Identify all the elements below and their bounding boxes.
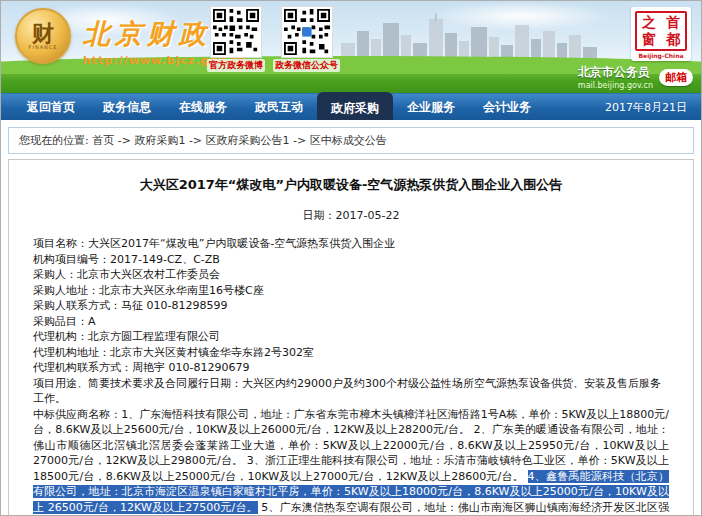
seal-char: 窗 <box>637 31 661 48</box>
capital-window-seal[interactable]: 之 首 窗 都 Beijing-China <box>631 7 691 61</box>
info-line-agency-address: 代理机构地址：北京市大兴区黄村镇金华寺东路2号302室 <box>33 345 669 361</box>
nav-item-online-services[interactable]: 在线服务 <box>165 94 241 120</box>
info-line-category: 采购品目：A <box>33 314 669 330</box>
seal-caption: Beijing-China <box>635 52 687 59</box>
info-line-purchaser-address: 采购人地址：北京市大兴区永华南里16号楼C座 <box>33 283 669 299</box>
civil-servant-mail-link[interactable]: 北京市公务员 mail.beijing.gov.cn 邮箱 <box>578 64 693 90</box>
info-line-project-number: 机构项目编号：2017-149-CZ、C-ZB <box>33 252 669 268</box>
announcement-content: 大兴区2017年“煤改电”户内取暖设备-空气源热泵供货入围企业入围公告 日期：2… <box>8 159 694 516</box>
qr-code-icon <box>281 6 333 58</box>
info-line-agency: 代理机构：北京方圆工程监理有限公司 <box>33 329 669 345</box>
nav-item-home[interactable]: 返回首页 <box>13 94 89 120</box>
nav-item-accounting[interactable]: 会计业务 <box>469 94 545 120</box>
finance-coin-icon: 财 FINANCE <box>15 8 71 64</box>
page-title: 大兴区2017年“煤改电”户内取暖设备-空气源热泵供货入围企业入围公告 <box>33 176 669 194</box>
mailbox-icon: 邮箱 <box>659 69 693 86</box>
main-nav: 返回首页 政务信息 在线服务 政民互动 政府采购 企业服务 会计业务 2017年… <box>1 93 701 120</box>
coin-character: 财 <box>32 22 54 44</box>
breadcrumb[interactable]: 您现在的位置: 首页 -> 政府采购1 -> 区政府采购公告1 -> 区中标成交… <box>8 127 694 154</box>
info-line-project-purpose: 项目用途、简要技术要求及合同履行日期：大兴区内约29000户及约300个村级公益… <box>33 376 669 407</box>
weibo-qr-label: 官方政务微博 <box>207 59 265 72</box>
qr-code-icon <box>210 6 262 58</box>
wechat-qr-label: 政务微信公众号 <box>273 59 340 72</box>
project-info-section: 项目名称：大兴区2017年“煤改电”户内取暖设备-空气源热泵供货入围企业 机构项… <box>33 236 669 407</box>
seal-char: 都 <box>661 31 685 48</box>
current-date: 2017年8月21日 <box>605 94 701 120</box>
info-line-project-name: 项目名称：大兴区2017年“煤改电”户内取暖设备-空气源热泵供货入围企业 <box>33 236 669 252</box>
nav-item-gov-info[interactable]: 政务信息 <box>89 94 165 120</box>
nav-item-enterprise-services[interactable]: 企业服务 <box>393 94 469 120</box>
info-line-purchaser-contact: 采购人联系方式：马征 010-81298599 <box>33 298 669 314</box>
mail-title: 北京市公务员 <box>578 64 653 81</box>
page: 财 FINANCE 北京财政 http://www.bjcz.gov.cn 官方… <box>0 0 702 516</box>
winning-suppliers-paragraph: 中标供应商名称：1、广东海悟科技有限公司，地址：广东省东莞市樟木头镇樟洋社区海悟… <box>33 407 669 516</box>
publish-date: 日期：2017-05-22 <box>33 208 669 223</box>
seal-char: 首 <box>661 14 685 31</box>
info-line-purchaser: 采购人：北京市大兴区农村工作委员会 <box>33 267 669 283</box>
nav-item-public-interaction[interactable]: 政民互动 <box>241 94 317 120</box>
seal-char: 之 <box>637 14 661 31</box>
nav-item-gov-procurement[interactable]: 政府采购 <box>317 92 393 120</box>
wechat-qr-block: 政务微信公众号 <box>273 6 340 72</box>
info-line-agency-contact: 代理机构联系方式：周艳宇 010-81290679 <box>33 360 669 376</box>
site-header-banner: 财 FINANCE 北京财政 http://www.bjcz.gov.cn 官方… <box>1 1 701 93</box>
mail-url: mail.beijing.gov.cn <box>578 81 653 90</box>
breadcrumb-text: 您现在的位置: 首页 -> 政府采购1 -> 区政府采购公告1 -> 区中标成交… <box>19 134 387 147</box>
coin-caption: FINANCE <box>29 44 58 50</box>
weibo-qr-block: 官方政务微博 <box>207 6 265 72</box>
